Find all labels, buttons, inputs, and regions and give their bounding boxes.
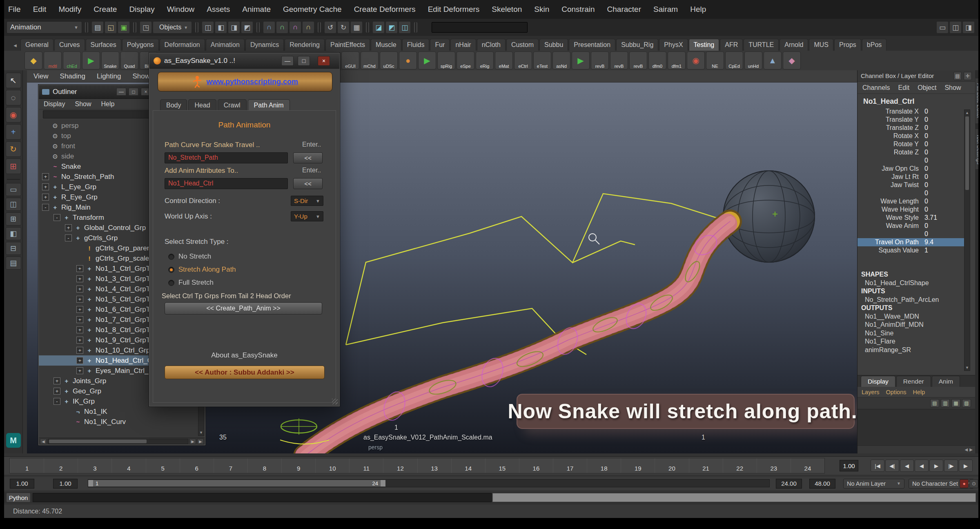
channel-row[interactable]: 0 — [858, 156, 975, 165]
channel-section-item[interactable]: No1_Flare — [858, 338, 975, 346]
radio-icon[interactable] — [168, 280, 174, 286]
radio-icon[interactable] — [168, 254, 174, 260]
expand-icon[interactable]: + — [76, 275, 83, 282]
stretch-radio[interactable]: Full Stretch — [168, 279, 339, 287]
shelf-item[interactable]: unHd — [744, 51, 762, 69]
command-language-toggle[interactable]: Python — [7, 493, 30, 502]
input-connections-icon[interactable]: ↺ — [324, 21, 336, 33]
expand-icon[interactable]: + — [76, 337, 83, 344]
auto-keyframe-toggle[interactable]: ● — [960, 479, 969, 488]
menu-item[interactable]: Character — [607, 5, 641, 14]
scroll-left-icon[interactable]: ◀ — [40, 439, 47, 444]
expand-icon[interactable]: + — [53, 388, 60, 395]
resize-grip[interactable] — [332, 399, 338, 404]
dialog-tab[interactable]: Head — [188, 99, 216, 111]
shelf-tab[interactable]: Props — [834, 39, 861, 51]
time-slider-track[interactable]: 123456789101112131415161718192021222324 — [9, 458, 825, 473]
expand-icon[interactable]: + — [76, 306, 83, 313]
channel-section-item[interactable]: animRange_SR — [858, 346, 975, 355]
close-button[interactable]: × — [318, 56, 330, 66]
render-settings-icon[interactable]: ◫ — [399, 21, 411, 33]
expand-icon[interactable]: + — [76, 286, 83, 292]
expand-icon[interactable]: - — [65, 234, 72, 241]
animation-preferences-icon[interactable]: ⊙ — [969, 479, 978, 488]
sidebar-vertical-tab[interactable]: Tool Settings — [976, 129, 979, 169]
expand-icon[interactable]: - — [53, 398, 60, 405]
shelf-tab[interactable]: General — [20, 39, 53, 51]
menu-item[interactable]: Skin — [534, 5, 549, 14]
range-end-handle[interactable] — [381, 480, 385, 487]
expand-icon[interactable]: + — [76, 357, 83, 364]
toolbox-toggle-icon[interactable]: ◫ — [949, 21, 962, 33]
persp-graph-layout[interactable]: ⊟ — [6, 242, 21, 255]
shelf-tab[interactable]: Presentation — [569, 39, 615, 51]
playback-end-field[interactable]: 24.00 — [776, 479, 802, 489]
maximize-button[interactable]: □ — [298, 56, 310, 66]
stretch-radio[interactable]: Stretch Along Path — [168, 266, 339, 274]
scroll-up-icon[interactable]: ▲ — [964, 110, 970, 116]
menu-item[interactable]: Constrain — [561, 5, 595, 14]
menu-item[interactable]: Animate — [242, 5, 271, 14]
outliner-hscrollbar[interactable]: ◀ ▶ ▶ — [39, 437, 205, 445]
expand-icon[interactable]: + — [76, 367, 83, 374]
play-forwards-button[interactable]: ▶ — [959, 460, 973, 472]
four-pane-layout[interactable]: ⊞ — [6, 212, 21, 225]
menu-item[interactable]: Create Deformers — [354, 5, 416, 14]
expand-icon[interactable]: + — [76, 316, 83, 323]
two-pane-layout[interactable]: ◫ — [6, 198, 21, 211]
animation-end-field[interactable]: 48.00 — [809, 479, 835, 489]
author-button[interactable]: << Author : Subbu Addanki >> — [165, 366, 325, 379]
shelf-item[interactable]: ▶ — [82, 51, 100, 69]
attribute-editor-toggle-icon[interactable]: ◨ — [962, 21, 975, 33]
channel-row[interactable]: Wave Style 3.71 — [858, 214, 975, 222]
banner[interactable]: www.pythonscripting.com — [158, 72, 332, 92]
shelf-item[interactable]: Quad — [120, 51, 138, 69]
load-path-button[interactable]: << — [293, 152, 323, 163]
save-scene-icon[interactable]: ▣ — [118, 21, 130, 33]
shelf-item[interactable]: eGUI — [341, 51, 359, 69]
scroll-down-icon[interactable]: ▼ — [964, 365, 970, 371]
shelf-tab[interactable]: Testing — [689, 39, 719, 51]
panel-menu-item[interactable]: View — [33, 72, 49, 80]
shelf-item[interactable]: ◉ — [687, 51, 705, 69]
channel-row[interactable]: Wave Length 0 — [858, 197, 975, 205]
about-link[interactable]: About as_EasySnake — [149, 351, 339, 359]
scale-tool[interactable]: ⊞ — [6, 158, 21, 174]
time-slider[interactable]: 123456789101112131415161718192021222324 … — [4, 456, 978, 475]
scroll-right-icon[interactable]: ▶ — [969, 447, 973, 452]
channel-row[interactable]: Wave Height 0 — [858, 205, 975, 214]
layer-list[interactable] — [858, 409, 975, 445]
channel-section-item[interactable]: No1_Sine — [858, 330, 975, 338]
layer-editor-tab[interactable]: Display — [861, 376, 895, 387]
shelf-item[interactable]: ▲ — [764, 51, 782, 69]
menu-item[interactable]: Edit — [33, 5, 47, 14]
expand-icon[interactable]: + — [42, 183, 49, 190]
window-button[interactable]: □ — [129, 88, 138, 96]
expand-icon[interactable]: - — [42, 204, 49, 211]
channel-section-item[interactable]: No1_Head_CtrlShape — [858, 279, 975, 288]
command-input[interactable] — [33, 493, 492, 502]
quick-select-field[interactable] — [432, 22, 528, 33]
shelf-tab[interactable]: PaintEffects — [325, 39, 370, 51]
outliner-menu-item[interactable]: Display — [44, 100, 65, 108]
shelf-item[interactable]: mChd — [361, 51, 379, 69]
layer-move-up-icon[interactable]: ▦ — [951, 399, 960, 407]
scroll-left-icon[interactable]: ◀ — [965, 447, 968, 452]
channel-section-item[interactable]: SHAPES — [858, 271, 975, 279]
menu-item[interactable]: File — [8, 5, 21, 14]
render-frame-icon[interactable]: ◪ — [372, 21, 385, 33]
sidebar-vertical-tab[interactable]: Attribute Editor — [976, 78, 979, 123]
channel-scrollbar[interactable]: ▲ ▼ — [964, 109, 970, 371]
shelf-item[interactable]: eRig — [476, 51, 494, 69]
radio-icon[interactable] — [168, 267, 174, 273]
move-tool[interactable]: + — [6, 124, 21, 140]
shelf-item[interactable]: dfm0 — [648, 51, 666, 69]
channel-row[interactable]: Jaw Opn Cls 0 — [858, 165, 975, 173]
channel-section-item[interactable]: OUTPUTS — [858, 304, 975, 313]
path-curve-input[interactable]: No_Stretch_Path — [165, 152, 288, 163]
menu-item[interactable]: Sairam — [653, 5, 678, 14]
channel-section-item[interactable]: INPUTS — [858, 288, 975, 296]
menu-item[interactable]: Window — [167, 5, 195, 14]
shelf-tab[interactable]: Fur — [430, 39, 450, 51]
shelf-tab[interactable]: bPos — [862, 39, 886, 51]
